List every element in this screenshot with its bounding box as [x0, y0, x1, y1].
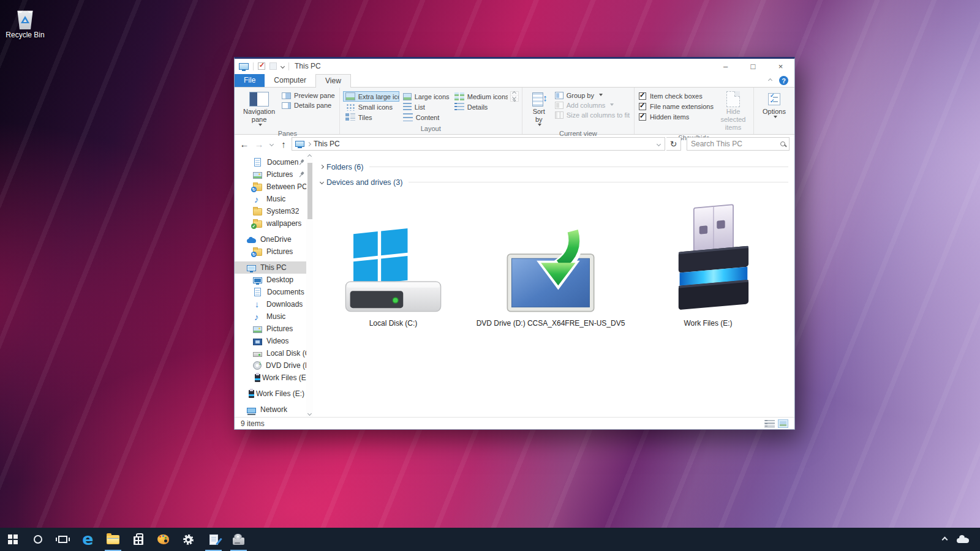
sidebar-item-system32[interactable]: System32	[235, 205, 313, 217]
collapse-ribbon-icon[interactable]	[768, 78, 772, 83]
refresh-button[interactable]: ↻	[666, 137, 681, 151]
gallery-more-button[interactable]	[511, 99, 518, 101]
collapsed-chevron-icon[interactable]	[319, 165, 323, 169]
search-input[interactable]	[691, 140, 778, 148]
size-all-columns-button[interactable]: Size all columns to fit	[555, 111, 630, 119]
sync-badge-icon	[251, 187, 257, 192]
sidebar-item-wallpapers[interactable]: wallpapers	[235, 217, 313, 230]
options-button[interactable]: Options	[757, 89, 791, 121]
sidebar-item-videos[interactable]: Videos	[235, 335, 313, 347]
group-by-button[interactable]: Group by	[555, 92, 630, 99]
customize-qat-icon[interactable]	[281, 64, 285, 68]
sidebar-item-local-disk-c[interactable]: Local Disk (C:)	[235, 347, 313, 359]
close-button[interactable]: ×	[767, 59, 794, 73]
sidebar-item-documents-quick[interactable]: Documents	[235, 156, 313, 168]
layout-option-medium-icons[interactable]: Medium icons	[452, 91, 508, 102]
search-box[interactable]	[687, 137, 790, 151]
sidebar-item-this-pc[interactable]: This PC	[235, 261, 313, 274]
back-button[interactable]: ←	[238, 137, 251, 151]
file-name-extensions-checkbox[interactable]: File name extensions	[639, 103, 714, 110]
group-header-devices-and-drives[interactable]: Devices and drives (3)	[317, 174, 791, 190]
recent-locations-icon[interactable]	[267, 137, 276, 151]
sidebar-item-desktop[interactable]: Desktop	[235, 274, 313, 286]
paint-button[interactable]	[151, 528, 176, 551]
sort-by-button[interactable]: Sort by	[526, 89, 552, 129]
expanded-chevron-icon[interactable]	[319, 180, 323, 184]
group-header-folders[interactable]: Folders (6)	[317, 159, 791, 174]
layout-option-large-icons[interactable]: Large icons	[401, 91, 451, 102]
tab-computer[interactable]: Computer	[265, 74, 315, 87]
minimize-button[interactable]: –	[712, 59, 739, 73]
layout-group-label: Layout	[343, 124, 519, 134]
tab-view[interactable]: View	[315, 74, 351, 88]
hidden-items-checkbox[interactable]: Hidden items	[639, 113, 714, 121]
sidebar-item-network[interactable]: Network	[235, 403, 313, 416]
edge-button[interactable]: e	[75, 528, 100, 551]
checkbox-checked-icon	[639, 113, 646, 121]
navigation-pane-button[interactable]: Navigation pane	[239, 89, 279, 129]
large-icons-view-toggle-icon[interactable]	[778, 419, 788, 428]
sidebar-item-music-quick[interactable]: Music	[235, 193, 313, 205]
sidebar-item-downloads[interactable]: Downloads	[235, 298, 313, 310]
scroll-down-icon[interactable]	[307, 411, 312, 416]
new-folder-icon[interactable]	[270, 62, 277, 70]
sidebar-item-dvd-drive-d[interactable]: DVD Drive (D:) C	[235, 359, 313, 372]
dropdown-arrow-icon	[774, 116, 777, 120]
search-button[interactable]	[25, 528, 50, 551]
notepad-button[interactable]	[201, 528, 226, 551]
recycle-bin-shortcut[interactable]: Recycle Bin	[5, 5, 45, 39]
maximize-button[interactable]: □	[739, 59, 767, 73]
start-button[interactable]	[0, 528, 25, 551]
item-check-boxes-checkbox[interactable]: Item check boxes	[639, 92, 714, 100]
breadcrumb-location[interactable]: This PC	[314, 140, 340, 148]
sidebar-scrollbar[interactable]	[306, 153, 313, 417]
add-columns-button[interactable]: Add columns	[555, 102, 630, 109]
task-view-button[interactable]	[50, 528, 75, 551]
sidebar-item-between-pcs[interactable]: Between PCs	[235, 181, 313, 193]
sidebar-item-pictures[interactable]: Pictures	[235, 323, 313, 335]
file-explorer-button[interactable]	[100, 528, 126, 551]
preview-pane-button[interactable]: Preview pane	[282, 92, 335, 99]
title-bar[interactable]: This PC – □ ×	[235, 59, 794, 73]
sidebar-item-work-files-e[interactable]: Work Files (E:)	[235, 372, 313, 384]
sidebar-item-pictures-quick[interactable]: Pictures	[235, 168, 313, 181]
onedrive-tray-icon[interactable]	[957, 536, 969, 543]
layout-option-small-icons[interactable]: Small icons	[343, 102, 399, 112]
download-icon	[253, 300, 262, 309]
layout-option-content[interactable]: Content	[401, 112, 451, 122]
tray-expand-icon[interactable]	[942, 536, 948, 542]
details-view-toggle-icon[interactable]	[764, 419, 775, 428]
up-button[interactable]: ↑	[277, 137, 290, 151]
breadcrumb-chevron-icon[interactable]	[307, 141, 311, 146]
hide-selected-items-button[interactable]: Hide selected items	[716, 89, 750, 133]
layout-option-list[interactable]: List	[401, 102, 451, 112]
store-button[interactable]	[126, 528, 151, 551]
sidebar-item-work-files-e-root[interactable]: Work Files (E:)	[235, 388, 313, 400]
properties-icon[interactable]	[258, 62, 265, 70]
drive-tile-local-disk-c[interactable]: Local Disk (C:)	[317, 197, 470, 328]
scrollbar-thumb[interactable]	[307, 163, 312, 219]
address-toolbar: ← → ↑ This PC ↻	[235, 135, 794, 153]
sidebar-item-music[interactable]: Music	[235, 310, 313, 323]
details-pane-button[interactable]: Details pane	[282, 102, 335, 109]
layout-option-tiles[interactable]: Tiles	[343, 112, 399, 122]
sidebar-item-documents[interactable]: Documents	[235, 286, 313, 298]
drive-tile-work-files-e[interactable]: Work Files (E:)	[631, 197, 785, 328]
settings-button[interactable]	[176, 528, 201, 551]
drive-tile-dvd-drive-d[interactable]: DVD Drive (D:) CCSA_X64FRE_EN-US_DV5	[474, 197, 627, 328]
picture-icon	[253, 172, 262, 179]
extra-large-icons-icon	[345, 92, 355, 100]
layout-option-details[interactable]: Details	[452, 102, 508, 112]
address-bar[interactable]: This PC	[292, 137, 665, 151]
sidebar-item-onedrive-pictures[interactable]: Pictures	[235, 246, 313, 258]
scroll-up-icon[interactable]	[307, 154, 312, 159]
sidebar-item-onedrive[interactable]: OneDrive	[235, 233, 313, 246]
forward-button[interactable]: →	[252, 137, 266, 151]
layout-option-extra-large-icons[interactable]: Extra large icons	[343, 91, 399, 102]
help-icon[interactable]: ?	[779, 76, 788, 85]
address-dropdown-icon[interactable]	[652, 138, 665, 150]
disk-imager-button[interactable]	[226, 528, 251, 551]
tab-file[interactable]: File	[235, 74, 265, 87]
task-view-icon	[58, 536, 67, 543]
sort-by-icon	[532, 92, 546, 107]
